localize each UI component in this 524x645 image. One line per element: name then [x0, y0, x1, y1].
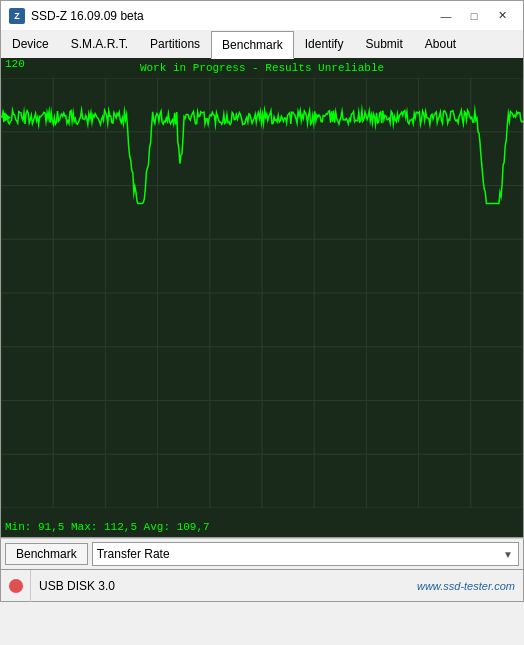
tab-about[interactable]: About	[414, 30, 467, 58]
menu-bar: Device S.M.A.R.T. Partitions Benchmark I…	[0, 30, 524, 58]
benchmark-select[interactable]: Transfer Rate	[92, 542, 519, 566]
tab-smart[interactable]: S.M.A.R.T.	[60, 30, 139, 58]
tab-submit[interactable]: Submit	[354, 30, 413, 58]
title-bar-left: Z SSD-Z 16.09.09 beta	[9, 8, 144, 24]
minimize-button[interactable]: —	[433, 6, 459, 26]
close-button[interactable]: ✕	[489, 6, 515, 26]
title-bar: Z SSD-Z 16.09.09 beta — □ ✕	[0, 0, 524, 30]
chart-stats: Min: 91,5 Max: 112,5 Avg: 109,7	[5, 521, 210, 533]
window-controls: — □ ✕	[433, 6, 515, 26]
tab-partitions[interactable]: Partitions	[139, 30, 211, 58]
benchmark-bar: Benchmark Transfer Rate ▼	[0, 538, 524, 570]
status-bar: USB DISK 3.0 www.ssd-tester.com	[0, 570, 524, 602]
maximize-button[interactable]: □	[461, 6, 487, 26]
disk-status-icon	[9, 579, 23, 593]
chart-canvas-wrap	[1, 78, 523, 513]
app-title: SSD-Z 16.09.09 beta	[31, 9, 144, 23]
chart-canvas	[1, 78, 523, 508]
tab-benchmark[interactable]: Benchmark	[211, 31, 294, 59]
chart-y-top-label: 120	[5, 58, 25, 70]
tab-identify[interactable]: Identify	[294, 30, 355, 58]
chart-area: Work in Progress - Results Unreliable 12…	[0, 58, 524, 538]
select-wrap: Transfer Rate ▼	[92, 542, 519, 566]
website-label: www.ssd-tester.com	[409, 580, 523, 592]
benchmark-button[interactable]: Benchmark	[5, 543, 88, 565]
chart-header: Work in Progress - Results Unreliable	[1, 58, 523, 78]
app-icon: Z	[9, 8, 25, 24]
tab-device[interactable]: Device	[1, 30, 60, 58]
status-icon-area	[1, 570, 31, 602]
disk-label: USB DISK 3.0	[31, 579, 409, 593]
